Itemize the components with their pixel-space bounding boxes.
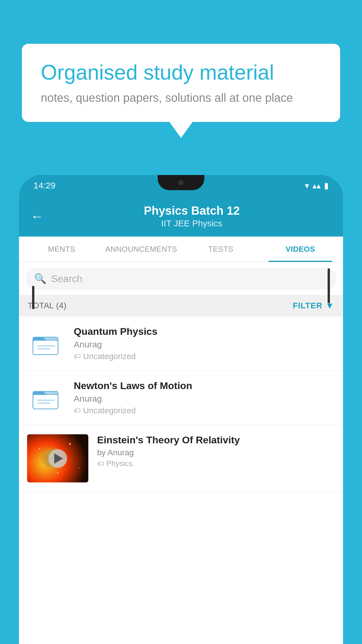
- play-button[interactable]: [48, 449, 67, 468]
- video-tag-2: 🏷 Uncategorized: [74, 406, 335, 415]
- filter-label: FILTER: [293, 301, 322, 310]
- tab-tests[interactable]: TESTS: [181, 237, 261, 262]
- video-info: Quantum Physics Anurag 🏷 Uncategorized: [74, 326, 335, 361]
- bubble-subtitle: notes, question papers, solutions all at…: [41, 91, 321, 104]
- video-list: Quantum Physics Anurag 🏷 Uncategorized: [19, 316, 343, 644]
- signal-icon: ▴▴: [312, 181, 321, 190]
- back-button[interactable]: ←: [31, 209, 43, 224]
- tabs-bar: MENTS ANNOUNCEMENTS TESTS VIDEOS: [19, 237, 343, 262]
- speech-bubble-container: Organised study material notes, question…: [22, 44, 340, 122]
- tag-label: Uncategorized: [83, 352, 136, 361]
- video-author: Anurag: [74, 340, 335, 349]
- tab-ments[interactable]: MENTS: [22, 237, 101, 262]
- list-item[interactable]: Einstein's Theory Of Relativity by Anura…: [19, 425, 343, 492]
- svg-rect-7: [37, 402, 50, 404]
- folder-icon: [31, 331, 61, 356]
- svg-rect-1: [33, 340, 58, 355]
- app-header: ← Physics Batch 12 IIT JEE Physics: [19, 196, 343, 237]
- tab-announcements[interactable]: ANNOUNCEMENTS: [101, 237, 181, 262]
- search-input[interactable]: Search: [51, 273, 82, 284]
- camera-dot: [178, 180, 184, 185]
- status-time: 14:29: [34, 181, 55, 190]
- folder-icon-wrap-2: [27, 385, 65, 411]
- tag-label-2: Uncategorized: [83, 406, 136, 415]
- video-author-2: Anurag: [74, 394, 335, 404]
- folder-icon-wrap: [27, 331, 65, 356]
- tag-icon: 🏷: [74, 352, 81, 360]
- bubble-title: Organised study material: [41, 60, 321, 85]
- tag-icon-2: 🏷: [74, 407, 81, 415]
- search-bar[interactable]: 🔍 Search: [25, 267, 337, 290]
- video-author-3: by Anurag: [97, 448, 335, 457]
- phone-frame: 14:29 ▾ ▴▴ ▮ ← Physics Batch 12 IIT JEE …: [19, 175, 343, 644]
- phone-side-button-left: [32, 286, 34, 309]
- video-tag-3: 🏷 Physics: [97, 459, 335, 468]
- header-subtitle: IIT JEE Physics: [52, 218, 331, 228]
- video-title: Quantum Physics: [74, 326, 335, 337]
- header-title-block: Physics Batch 12 IIT JEE Physics: [52, 204, 331, 228]
- phone-notch: [158, 175, 204, 190]
- search-icon: 🔍: [34, 273, 46, 284]
- search-container: 🔍 Search: [19, 262, 343, 295]
- list-item[interactable]: Newton's Laws of Motion Anurag 🏷 Uncateg…: [19, 371, 343, 425]
- video-title-2: Newton's Laws of Motion: [74, 380, 335, 391]
- speech-bubble: Organised study material notes, question…: [22, 44, 340, 122]
- video-info-3: Einstein's Theory Of Relativity by Anura…: [97, 434, 335, 468]
- list-item[interactable]: Quantum Physics Anurag 🏷 Uncategorized: [19, 316, 343, 371]
- svg-rect-2: [37, 345, 55, 346]
- filter-bar: TOTAL (4) FILTER ▼: [19, 295, 343, 316]
- video-tag: 🏷 Uncategorized: [74, 352, 335, 361]
- tag-label-3: Physics: [106, 459, 133, 468]
- svg-rect-3: [37, 348, 50, 349]
- video-thumbnail: [27, 434, 88, 482]
- wifi-icon: ▾: [305, 181, 309, 190]
- folder-icon-2: [31, 385, 61, 411]
- play-triangle-icon: [54, 453, 63, 464]
- battery-icon: ▮: [324, 181, 328, 190]
- tag-icon-3: 🏷: [97, 460, 104, 468]
- svg-rect-5: [33, 394, 58, 409]
- header-title: Physics Batch 12: [52, 204, 331, 217]
- app-screen: ← Physics Batch 12 IIT JEE Physics MENTS…: [19, 196, 343, 644]
- svg-rect-6: [37, 400, 55, 401]
- status-icons: ▾ ▴▴ ▮: [305, 181, 328, 190]
- video-title-3: Einstein's Theory Of Relativity: [97, 434, 335, 446]
- tab-videos[interactable]: VIDEOS: [261, 237, 340, 262]
- video-info-2: Newton's Laws of Motion Anurag 🏷 Uncateg…: [74, 380, 335, 415]
- phone-side-button-right: [328, 268, 330, 303]
- status-bar: 14:29 ▾ ▴▴ ▮: [19, 175, 343, 196]
